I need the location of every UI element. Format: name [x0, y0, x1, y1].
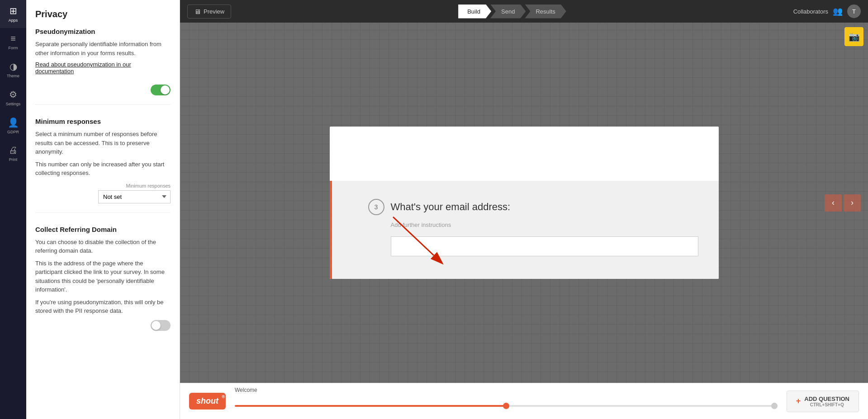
question-number: 3: [368, 199, 384, 215]
collect-referring-desc3: If you're using pseudonymization, this w…: [35, 298, 171, 315]
timeline-welcome-label: Welcome: [235, 387, 257, 393]
question-header: 3 What's your email address:: [368, 199, 696, 215]
collect-referring-section: Collect Referring Domain You can choose …: [35, 226, 171, 340]
theme-icon: ◑: [9, 61, 17, 72]
top-bar: 🖥 Preview Build Send Results Collaborato…: [180, 0, 868, 23]
top-right-area: Collaborators 👥 T: [793, 5, 861, 18]
bottom-bar: shout Welcome + ADD QUESTION CTRL+SHIFT+…: [180, 383, 868, 419]
collect-referring-desc2: This is the address of the page where th…: [35, 259, 171, 294]
sticky-note: 📷: [844, 27, 863, 46]
sidebar-item-form[interactable]: ≡ Form: [0, 28, 26, 56]
print-icon: 🖨: [9, 145, 18, 155]
collaborators-icon: 👥: [833, 6, 843, 16]
form-card-spacer: [330, 127, 719, 181]
icon-bar: ⊞ Apps ≡ Form ◑ Theme ⚙ Settings 👤 GDPR …: [0, 0, 26, 419]
minimum-responses-desc1: Select a minimum number of responses bef…: [35, 130, 171, 156]
sidebar-panel: Privacy Pseudonymization Separate person…: [26, 0, 180, 419]
collect-referring-toggle[interactable]: [151, 320, 171, 331]
sidebar-item-theme[interactable]: ◑ Theme: [0, 56, 26, 84]
sidebar-item-print[interactable]: 🖨 Print: [0, 140, 26, 167]
page-title: Privacy: [35, 9, 171, 19]
monitor-icon: 🖥: [194, 8, 201, 15]
plus-icon: +: [796, 396, 801, 406]
collaborators-label: Collaborators: [793, 8, 828, 15]
minimum-responses-heading: Minimum responses: [35, 118, 171, 125]
nav-step-results[interactable]: Results: [525, 5, 566, 19]
main-area: 🖥 Preview Build Send Results Collaborato…: [180, 0, 868, 419]
form-card: 3 What's your email address: Add further…: [330, 127, 719, 279]
timeline-dot-end: [771, 403, 778, 409]
timeline-fill: [235, 405, 506, 407]
form-icon: ≡: [10, 33, 16, 44]
sidebar-item-gdpr[interactable]: 👤 GDPR: [0, 112, 26, 140]
prev-button[interactable]: ‹: [825, 194, 842, 212]
pseudonymization-desc: Separate personally identifiable informa…: [35, 40, 171, 57]
nav-step-send[interactable]: Send: [490, 5, 526, 19]
collect-referring-heading: Collect Referring Domain: [35, 226, 171, 233]
pseudonymization-link[interactable]: Read about pseudonymization in our docum…: [35, 61, 171, 75]
pseudonymization-heading: Pseudonymization: [35, 28, 171, 35]
nav-steps: Build Send Results: [458, 5, 566, 19]
minimum-responses-select[interactable]: Not set 5 10 20 50 100: [98, 190, 171, 203]
sidebar-item-apps[interactable]: ⊞ Apps: [0, 0, 26, 28]
sidebar-item-settings[interactable]: ⚙ Settings: [0, 84, 26, 112]
shout-logo: shout: [189, 393, 226, 410]
apps-icon: ⊞: [9, 5, 17, 16]
pseudonymization-toggle-row: [35, 85, 171, 95]
collect-referring-toggle-row: [35, 320, 171, 331]
canvas-inner: 📷 3 What's your email: [180, 23, 868, 383]
gdpr-icon: 👤: [8, 117, 19, 128]
minimum-responses-dropdown-group: Minimum responses Not set 5 10 20 50 100: [35, 183, 171, 203]
canvas-nav: ‹ ›: [825, 194, 861, 212]
timeline-track: [235, 405, 778, 407]
question-instructions: Add further instructions: [391, 221, 696, 228]
timeline: Welcome: [235, 396, 778, 407]
collect-referring-desc1: You can choose to disable the collection…: [35, 238, 171, 255]
pseudonymization-toggle[interactable]: [151, 85, 171, 95]
add-question-button[interactable]: + ADD QUESTION CTRL+SHIFT+Q: [787, 391, 859, 412]
minimum-responses-section: Minimum responses Select a minimum numbe…: [35, 118, 171, 213]
add-question-shortcut: CTRL+SHIFT+Q: [804, 402, 849, 407]
settings-icon: ⚙: [9, 89, 17, 100]
timeline-dot-active: [503, 403, 509, 409]
sticky-note-icon: 📷: [849, 31, 860, 42]
answer-input[interactable]: [391, 236, 698, 256]
canvas-area: 📷 3 What's your email: [180, 23, 868, 419]
pseudonymization-section: Pseudonymization Separate personally ide…: [35, 28, 171, 105]
next-button[interactable]: ›: [844, 194, 861, 212]
add-question-label: ADD QUESTION: [804, 395, 849, 402]
nav-step-build[interactable]: Build: [458, 5, 491, 19]
avatar: T: [847, 5, 861, 18]
minimum-responses-desc2: This number can only be increased after …: [35, 160, 171, 178]
form-section: 3 What's your email address: Add further…: [330, 181, 719, 279]
dropdown-label: Minimum responses: [126, 183, 171, 188]
question-title: What's your email address:: [391, 201, 511, 213]
preview-button[interactable]: 🖥 Preview: [187, 5, 231, 19]
